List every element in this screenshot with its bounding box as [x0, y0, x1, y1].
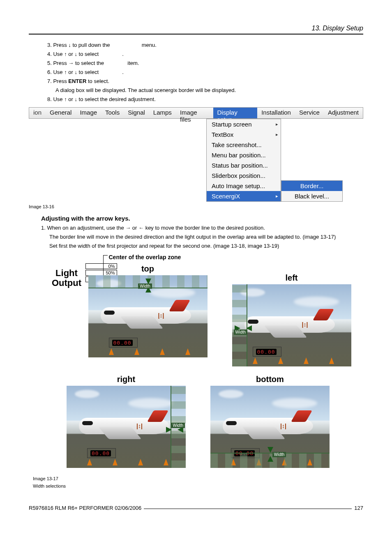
dropdown-item-auto-image-setup[interactable]: Auto Image setup...: [207, 181, 281, 191]
step-4: 4. Use ↑ or ↓ to select .: [47, 51, 363, 57]
dropdown-item-label: ScenergiX: [212, 193, 240, 200]
diagram-block: Light Output 0% 50% 100% Center of the o…: [33, 255, 363, 488]
header-rule: [29, 34, 363, 35]
dropdown-item-label: Menu bar position...: [212, 152, 266, 159]
menu-item-signal[interactable]: Signal: [124, 108, 149, 118]
body-step-1: 1. When on an adjustment, use the → or ←…: [41, 225, 363, 231]
body-step-1-sub2: Set first the width of the first project…: [49, 243, 363, 249]
dropdown-item-sliderbox-position[interactable]: Sliderbox position...: [207, 170, 281, 181]
step-6: 6. Use ↑ or ↓ to select .: [47, 69, 363, 75]
width-label: Width: [171, 423, 185, 428]
image-13-17-caption-b: Width selections: [33, 484, 363, 488]
width-label: Width: [234, 329, 248, 335]
step-7: 7. Press ENTER to select.: [47, 78, 363, 84]
adjust-icon: |↕|: [280, 423, 286, 429]
step-5: 5. Press → to select the item.: [47, 60, 363, 66]
menu-item-display-setup[interactable]: Display setup: [213, 108, 258, 118]
menu-item-lamps[interactable]: Lamps: [149, 108, 176, 118]
overlay-left-edge: Width: [232, 284, 247, 366]
dropdown-item-label: Take screenshot...: [212, 141, 262, 148]
dropdown-item-startup-screen[interactable]: Startup screen▸: [207, 119, 281, 129]
dropdown-item-label: Sliderbox position...: [212, 172, 265, 179]
chevron-right-icon: ▸: [276, 193, 278, 199]
diagram-right: right |↕| 00.00 Width: [67, 375, 186, 468]
digits-display: 00.00: [90, 450, 111, 456]
dropdown-item-label: Startup screen: [212, 121, 252, 128]
step-7-enter: ENTER: [68, 78, 86, 84]
digits-display: 00.00: [112, 340, 133, 346]
step-6-text-b: .: [122, 69, 124, 75]
dropdown-display-setup: Startup screen▸ TextBox▸ Take screenshot…: [206, 119, 281, 202]
steps-list: 3. Press ↓ to pull down the menu. 4. Use…: [47, 42, 363, 102]
thumb-left: |↕| 00.00 Width: [232, 284, 351, 366]
dropdown-item-label: TextBox: [212, 131, 233, 138]
submenu-item-black-level[interactable]: Black level...: [281, 191, 342, 201]
page-footer: R5976816 RLM R6+ PERFORMER 02/06/2006 12…: [29, 505, 363, 511]
adjust-icon: |↕|: [302, 321, 308, 328]
step-8: 8. Use ↑ or ↓ to select the desired adju…: [47, 96, 363, 102]
menu-item-tools[interactable]: Tools: [101, 108, 124, 118]
menu-item-image-files[interactable]: Image files: [176, 108, 213, 118]
step-3: 3. Press ↓ to pull down the menu.: [47, 42, 363, 48]
step-7-text-b: to select.: [86, 78, 109, 84]
image-13-16-caption: Image 13-16: [29, 204, 363, 209]
step-3-text-b: menu.: [142, 42, 157, 48]
thumb-top: |↕| 00.00 Width: [88, 275, 208, 357]
step-4-text-b: .: [122, 51, 124, 57]
dropdown-item-label: Status bar position...: [212, 162, 268, 169]
section-heading: Adjusting with the arrow keys.: [41, 215, 363, 222]
footer-page-number: 127: [354, 505, 363, 511]
light-output-col: Light Output 0% 50% 100%: [45, 255, 88, 309]
menu-item-adjustment[interactable]: Adjustment: [324, 108, 363, 118]
diagram-left: left |↕| 00.00 Width: [232, 255, 351, 366]
body-step-1-sub1: The border line will move in the desired…: [49, 234, 363, 240]
pct-0: 0%: [85, 263, 117, 269]
width-label: Width: [138, 283, 152, 289]
overlay-top-edge: Width: [88, 275, 208, 288]
label-left: left: [232, 273, 351, 283]
image-13-17-caption-a: Image 13-17: [33, 476, 363, 481]
thumb-right: |↕| 00.00 Width: [67, 386, 186, 468]
step-7-sub: A dialog box will be displayed. The actu…: [55, 87, 363, 93]
diagram-top: Light Output 0% 50% 100% Center of the o…: [45, 255, 208, 366]
step-6-text-a: 6. Use ↑ or ↓ to select: [47, 69, 99, 75]
dropdown-item-take-screenshot[interactable]: Take screenshot...: [207, 140, 281, 150]
menu-item-service[interactable]: Service: [295, 108, 324, 118]
dropdown-item-scenergix[interactable]: ScenergiX▸: [207, 191, 281, 201]
step-7-text-a: 7. Press: [47, 78, 68, 84]
digits-display: 00.00: [256, 349, 277, 355]
chevron-right-icon: ▸: [276, 122, 278, 127]
submenu-scenergix: Border... Black level...: [281, 180, 343, 202]
callout-center-overlap: Center of the overlap zone: [109, 254, 181, 260]
menu-screenshot: ion General Image Tools Signal Lamps Ima…: [29, 107, 363, 202]
adjust-icon: |↕|: [136, 423, 143, 429]
dropdown-item-textbox[interactable]: TextBox▸: [207, 129, 281, 140]
submenu-item-border[interactable]: Border...: [281, 181, 342, 191]
thumb-bottom: |↕| 00.00 Width: [210, 386, 330, 468]
menu-item-general[interactable]: General: [46, 108, 76, 118]
step-5-text-b: item.: [127, 60, 139, 66]
dropdown-item-label: Auto Image setup...: [212, 182, 265, 189]
overlay-bottom-edge: Width: [210, 453, 330, 468]
overlay-right-edge: Width: [171, 386, 186, 468]
step-3-text-a: 3. Press ↓ to pull down the: [47, 42, 110, 48]
menubar: ion General Image Tools Signal Lamps Ima…: [29, 107, 363, 119]
label-right: right: [67, 375, 186, 384]
width-label: Width: [272, 452, 286, 457]
dropdown-item-status-bar-position[interactable]: Status bar position...: [207, 160, 281, 170]
label-bottom: bottom: [210, 375, 330, 384]
menu-item-installation[interactable]: Installation: [257, 108, 295, 118]
adjust-icon: |↕|: [158, 312, 164, 319]
step-4-text-a: 4. Use ↑ or ↓ to select: [47, 51, 99, 57]
chevron-right-icon: ▸: [276, 132, 278, 137]
diagram-bottom: bottom |↕| 00.00 Width: [210, 375, 330, 468]
footer-docinfo: R5976816 RLM R6+ PERFORMER 02/06/2006: [29, 505, 141, 511]
dropdown-item-menu-bar-position[interactable]: Menu bar position...: [207, 150, 281, 160]
body-paragraphs: 1. When on an adjustment, use the → or ←…: [41, 225, 363, 249]
page-header: 13. Display Setup: [29, 25, 363, 32]
menu-item-image[interactable]: Image: [76, 108, 101, 118]
menu-item-ion[interactable]: ion: [29, 108, 46, 118]
step-5-text-a: 5. Press → to select the: [47, 60, 104, 66]
